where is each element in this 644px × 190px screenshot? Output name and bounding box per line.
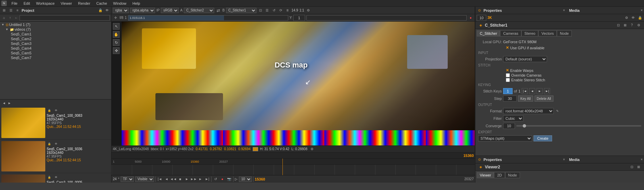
tree-videos[interactable]: ▼ 📁 videos (7) [0,27,111,32]
scroll-left-icon[interactable]: ◄ [1,100,7,106]
left-arrow-icon[interactable]: ← [14,15,19,21]
viewer2-media-close[interactable]: × [641,158,643,161]
viewer2-tab-viewer[interactable]: Viewer [477,172,494,178]
fit-icon[interactable]: ⊡ [258,8,263,13]
home-icon[interactable]: ⌂ [1,15,7,21]
thumb-lock-1[interactable]: 🔒 [47,108,52,113]
props-close[interactable]: × [563,8,565,12]
converge-slider[interactable] [516,125,641,127]
menu-window[interactable]: Window [112,1,128,5]
colorspace-select[interactable]: rgba [113,8,129,13]
thumb-lock-2[interactable]: 🔒 [47,141,52,146]
menu-viewer[interactable]: Viewer [59,1,73,5]
visibility-select[interactable]: Visible [135,177,154,182]
settings-icon[interactable]: ⚙ [305,8,311,13]
tree-root[interactable]: ▼ ⊡ Untitled 1 (7) [0,22,111,27]
thumbnail-card-1[interactable]: 🔒 👁 Seq5_Cam1_100_0083 1920x1440 47.95FP… [0,106,111,140]
menu-cache[interactable]: Cache [95,1,108,5]
panel-eye-icon[interactable]: 👁 [104,8,110,13]
pause-icon[interactable]: ⏸ [285,8,290,13]
status-settings-icon[interactable]: ⚙ [309,146,315,152]
menu-help[interactable]: Help [131,1,142,5]
record-icon[interactable]: ● [220,177,225,182]
format-select[interactable]: root.format 4096x2048 [503,108,554,114]
rotate-tool[interactable]: ↻ [113,39,120,46]
projection-select[interactable]: Default (source) [503,56,547,62]
props-eye-icon[interactable]: 👁 [630,15,636,21]
node-close-icon[interactable]: ⊠ [622,23,628,28]
y-scrubber[interactable] [306,15,467,21]
play-icon[interactable]: ► [184,177,190,182]
thumb-lock-3[interactable]: 🔒 [47,174,52,180]
props-lock-icon[interactable]: 🔒 [637,15,643,21]
tf-select[interactable]: TF [121,177,134,182]
viewer2-close[interactable]: × [563,158,565,161]
hand-tool[interactable]: ✋ [113,31,120,38]
stitch-prev-icon[interactable]: ◄ [529,88,535,94]
stitch-first-icon[interactable]: |◄ [522,88,528,94]
tree-cam3[interactable]: Seq5_Cam3 [0,41,111,46]
delete-all-button[interactable]: Delete All [535,96,553,102]
node-a-select[interactable]: C_Stitcher2 [184,8,214,13]
timeline-scrubber[interactable]: 1.015116.1 [128,15,288,21]
play-fwd-icon[interactable]: ►► [191,177,196,182]
loop-mode-icon[interactable]: ↺ [213,177,218,182]
export-format-select[interactable]: STMaps (split) [478,135,532,141]
prop-tab-stereo[interactable]: Stereo [521,30,538,36]
prev-frame-icon[interactable]: |◄ [157,177,163,182]
color-profile-select[interactable]: sRGB [161,8,179,13]
prop-tab-node[interactable]: Node [557,30,572,36]
thumbnail-card-3[interactable]: 🔒 👁 Seq5_Cam3_100_0005 1920x1440 47.95FP… [0,173,111,183]
refresh-icon[interactable]: ↺ [271,8,277,13]
menu-workspace[interactable]: Workspace [35,1,56,5]
menu-file[interactable]: File [10,1,19,5]
menu-render[interactable]: Render [77,1,92,5]
alpha-select[interactable]: rgba.alpha [130,8,155,13]
timeline-body[interactable]: 1 5000 10000 15360 20327 [112,159,475,175]
viewer2-tab-node[interactable]: Node [505,172,520,178]
tree-cam5[interactable]: Seq5_Cam5 [0,51,111,55]
stitch-last-icon[interactable]: ►| [544,88,550,94]
tree-cam7[interactable]: Seq5_Cam7 [0,55,111,60]
list-icon[interactable]: ☰ [265,8,270,13]
step-back-icon[interactable]: ◄ [164,177,169,182]
thumbnail-card-2[interactable]: 🔒 👁 Seq5_Cam2_100_9336 1920x1440 47.95FP… [0,140,111,173]
fps-select[interactable]: 10 [239,177,252,182]
media-close[interactable]: × [641,8,643,12]
converge-input[interactable] [503,123,515,129]
move-tool[interactable]: ✜ [113,47,120,54]
thumb-eye-1[interactable]: 👁 [53,108,59,113]
arrow-up-icon[interactable]: ↑ [7,15,13,21]
create-button[interactable]: Create [534,135,552,141]
thumb-eye-2[interactable]: 👁 [53,141,59,146]
key-all-button[interactable]: Key All [518,96,533,102]
stop-icon[interactable]: ■ [177,177,183,182]
override-cameras-check[interactable] [506,73,510,77]
viewer2-tab-2d[interactable]: 2D [494,172,505,178]
step-input[interactable] [503,96,517,102]
node-b-select[interactable]: C_Stitcher1 [226,8,256,13]
step-fwd-icon[interactable]: ► [198,177,203,182]
grid-view-icon[interactable]: ⊞ [1,8,7,13]
stitch-keys-input[interactable] [503,88,513,94]
filter-select[interactable]: Cubic [503,115,523,121]
next-frame-icon[interactable]: ►| [204,177,210,182]
play-back-icon[interactable]: ◄◄ [171,177,176,182]
crosshair-icon[interactable]: ✛ [113,15,118,21]
scroll-right-icon[interactable]: ► [7,100,12,106]
prop-tab-cameras[interactable]: Cameras [500,30,521,36]
tree-cam1[interactable]: Seq5_Cam1 [0,32,111,36]
node-help-icon[interactable]: ? [629,23,635,28]
prop-tab-vectors[interactable]: Vectors [538,30,557,36]
menu-icon[interactable]: ≡ [15,8,20,13]
enable-stereo-check[interactable] [506,78,510,82]
thumb-eye-3[interactable]: 👁 [53,174,59,180]
y-input[interactable] [293,15,305,21]
viewer2-close-node-icon[interactable]: ⊠ [636,164,641,170]
node-expand-icon[interactable]: ⊡ [616,23,621,28]
tree-cam2[interactable]: Seq5_Cam2 [0,36,111,41]
tree-cam4[interactable]: Seq5_Cam4 [0,46,111,51]
pointer-tool[interactable]: ↖ [113,23,120,30]
props-num-input[interactable] [477,15,486,21]
node-settings-icon[interactable]: ⚙ [636,23,641,28]
